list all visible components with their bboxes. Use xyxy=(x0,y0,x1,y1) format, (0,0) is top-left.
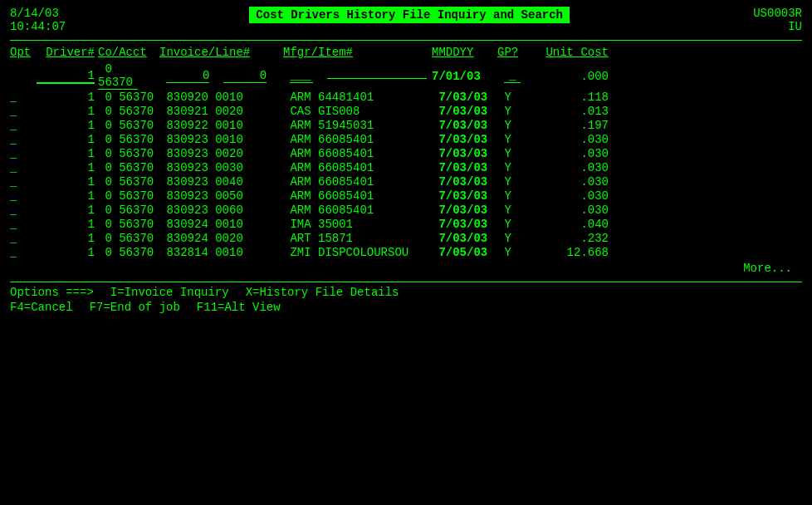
col-header-invoice: Invoice/Line# xyxy=(159,46,280,59)
row-unitcost-0: .000 xyxy=(534,70,609,83)
header-left: 8/14/03 10:44:07 xyxy=(10,7,66,33)
row-driver-2: 1 xyxy=(37,105,95,118)
row-coacct-2: 0 56370 xyxy=(98,105,156,118)
row-opt-0 xyxy=(10,70,37,83)
f7-key[interactable]: F7=End of job xyxy=(90,301,180,314)
row-unitcost-2: .013 xyxy=(534,105,609,118)
search-input-row: 0 56370 0 0 ___ 7/01/03 _ .000 xyxy=(10,62,802,90)
row-mfgritem-4: ARM 66085401 xyxy=(283,133,428,146)
f4-key[interactable]: F4=Cancel xyxy=(10,301,73,314)
row-unitcost-10: .040 xyxy=(534,218,609,231)
row-gp-4: Y xyxy=(497,133,531,146)
row-invoice-11: 830924 0020 xyxy=(159,232,280,245)
row-opt-11: _ xyxy=(10,232,37,245)
row-opt-9: _ xyxy=(10,203,37,217)
row-coacct-8: 0 56370 xyxy=(98,189,156,203)
row-mmddyy-11: 7/03/03 xyxy=(432,232,494,245)
options-x: X=History File Details xyxy=(246,286,399,299)
row-invoice-7: 830923 0040 xyxy=(159,175,280,189)
row-invoice-4: 830923 0010 xyxy=(159,133,280,146)
row-invoice-2: 830921 0020 xyxy=(159,105,280,118)
row-unitcost-5: .030 xyxy=(534,147,609,160)
row-opt-6: _ xyxy=(10,161,37,174)
table-row: _ 1 0 56370 830921 0020 CAS GIS008 7/03/… xyxy=(10,105,802,118)
row-driver-12: 1 xyxy=(37,246,95,259)
driver-input[interactable] xyxy=(37,69,95,83)
row-coacct-5: 0 56370 xyxy=(98,147,156,160)
row-coacct-11: 0 56370 xyxy=(98,232,156,245)
row-mfgritem-9: ARM 66085401 xyxy=(283,203,428,217)
main-screen: 8/14/03 10:44:07 Cost Drivers History Fi… xyxy=(0,0,812,505)
row-mfgritem-5: ARM 66085401 xyxy=(283,147,428,160)
row-driver-1: 1 xyxy=(37,91,95,104)
row-mmddyy-10: 7/03/03 xyxy=(432,218,494,231)
row-coacct-6: 0 56370 xyxy=(98,161,156,174)
row-opt-3: _ xyxy=(10,119,37,132)
header-right: US0003R IU xyxy=(753,7,802,33)
row-mmddyy-12: 7/05/03 xyxy=(432,246,494,259)
row-unitcost-4: .030 xyxy=(534,133,609,146)
date-display: 8/14/03 xyxy=(10,7,66,20)
row-driver-11: 1 xyxy=(37,232,95,245)
row-coacct-3: 0 56370 xyxy=(98,119,156,132)
row-unitcost-3: .197 xyxy=(534,119,609,132)
row-gp-6: Y xyxy=(497,161,531,174)
row-driver-4: 1 xyxy=(37,133,95,146)
f11-key[interactable]: F11=Alt View xyxy=(197,301,281,314)
row-gp-5: Y xyxy=(497,147,531,160)
row-driver-7: 1 xyxy=(37,175,95,189)
row-opt-1: _ xyxy=(10,91,37,104)
col-header-unitcost: Unit Cost xyxy=(534,46,609,59)
row-mmddyy-4: 7/03/03 xyxy=(432,133,494,146)
row-mmddyy-5: 7/03/03 xyxy=(432,147,494,160)
row-opt-5: _ xyxy=(10,147,37,160)
row-invoice-1: 830920 0010 xyxy=(159,91,280,104)
data-rows: _ 1 0 56370 830920 0010 ARM 64481401 7/0… xyxy=(10,91,802,260)
table-row: _ 1 0 56370 830923 0030 ARM 66085401 7/0… xyxy=(10,161,802,174)
table-row: _ 1 0 56370 830923 0010 ARM 66085401 7/0… xyxy=(10,133,802,146)
row-coacct-9: 0 56370 xyxy=(98,203,156,217)
column-headers: Opt Driver# Co/Acct Invoice/Line# Mfgr/I… xyxy=(10,46,802,61)
row-unitcost-8: .030 xyxy=(534,189,609,203)
row-coacct-1: 0 56370 xyxy=(98,91,156,104)
row-coacct-10: 0 56370 xyxy=(98,218,156,231)
row-mfgritem-1: ARM 64481401 xyxy=(283,91,428,104)
options-line-1: Options ===> I=Invoice Inquiry X=History… xyxy=(10,286,802,299)
row-opt-8: _ xyxy=(10,189,37,203)
time-display: 10:44:07 xyxy=(10,20,66,33)
row-unitcost-6: .030 xyxy=(534,161,609,174)
col-header-mfgritem: Mfgr/Item# xyxy=(283,46,428,59)
row-gp-11: Y xyxy=(497,232,531,245)
row-gp-8: Y xyxy=(497,189,531,203)
row-opt-2: _ xyxy=(10,105,37,118)
row-mmddyy-9: 7/03/03 xyxy=(432,203,494,217)
row-mfgritem-3: ARM 51945031 xyxy=(283,119,428,132)
row-unitcost-1: .118 xyxy=(534,91,609,104)
col-header-gp: GP? xyxy=(497,46,531,59)
row-gp-9: Y xyxy=(497,203,531,217)
row-driver-9: 1 xyxy=(37,203,95,217)
bottom-divider xyxy=(10,282,802,282)
row-mfgritem-0: ___ xyxy=(283,69,428,83)
table-row: _ 1 0 56370 830923 0050 ARM 66085401 7/0… xyxy=(10,189,802,203)
table-row: _ 1 0 56370 830922 0010 ARM 51945031 7/0… xyxy=(10,119,802,132)
row-driver-10: 1 xyxy=(37,218,95,231)
row-invoice-8: 830923 0050 xyxy=(159,189,280,203)
row-mmddyy-6: 7/03/03 xyxy=(432,161,494,174)
row-gp-0: _ xyxy=(497,69,531,83)
options-line-2: F4=Cancel F7=End of job F11=Alt View xyxy=(10,301,802,314)
row-coacct-7: 0 56370 xyxy=(98,175,156,189)
options-i: I=Invoice Inquiry xyxy=(110,286,229,299)
col-header-mmddyy: MMDDYY xyxy=(432,46,494,59)
row-mmddyy-1: 7/03/03 xyxy=(432,91,494,104)
row-gp-7: Y xyxy=(497,175,531,189)
row-invoice-3: 830922 0010 xyxy=(159,119,280,132)
row-mfgritem-2: CAS GIS008 xyxy=(283,105,428,118)
table-row: _ 1 0 56370 830923 0020 ARM 66085401 7/0… xyxy=(10,147,802,160)
row-driver-6: 1 xyxy=(37,161,95,174)
header-divider xyxy=(10,40,802,41)
row-unitcost-12: 12.668 xyxy=(534,246,609,259)
row-mmddyy-8: 7/03/03 xyxy=(432,189,494,203)
row-driver-8: 1 xyxy=(37,189,95,203)
table-row: _ 1 0 56370 830920 0010 ARM 64481401 7/0… xyxy=(10,91,802,104)
